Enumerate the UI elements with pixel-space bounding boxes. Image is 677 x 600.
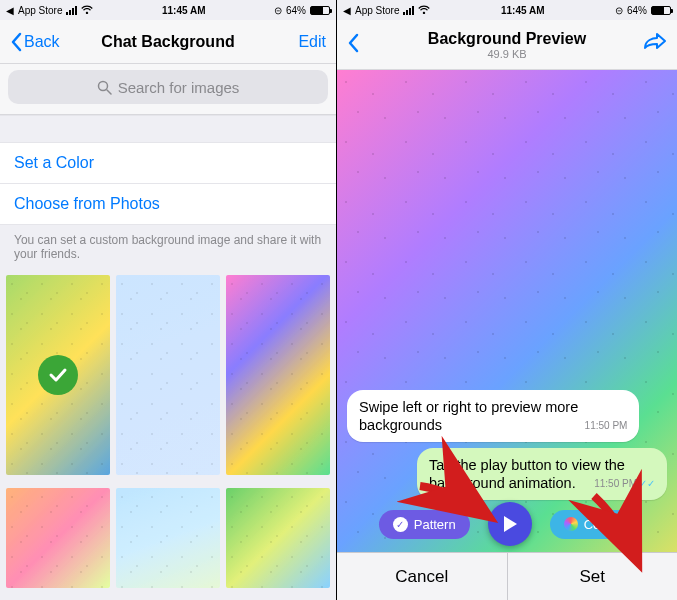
row-set-a-color[interactable]: Set a Color bbox=[0, 143, 336, 184]
check-icon: ✓ bbox=[393, 517, 408, 532]
bg-thumb-4[interactable] bbox=[6, 488, 110, 588]
search-placeholder: Search for images bbox=[118, 79, 240, 96]
status-bar: ◀ App Store 11:45 AM ⊝ 64% bbox=[337, 0, 677, 20]
msg-bubble-outgoing: Tap the play button to view the backgrou… bbox=[417, 448, 667, 500]
search-icon bbox=[97, 80, 112, 95]
msg-text: Swipe left or right to preview more back… bbox=[359, 399, 578, 433]
battery-pct: 64% bbox=[627, 5, 647, 16]
cancel-button[interactable]: Cancel bbox=[337, 553, 508, 600]
svg-line-1 bbox=[107, 90, 111, 94]
preview-controls: ✓ Pattern Colors bbox=[337, 502, 677, 546]
background-grid bbox=[0, 269, 336, 600]
share-icon bbox=[643, 32, 667, 52]
msg-timestamp: 11:50 PM✓✓ bbox=[594, 478, 655, 491]
bg-thumb-2[interactable] bbox=[116, 275, 220, 475]
play-button[interactable] bbox=[488, 502, 532, 546]
signal-icon bbox=[66, 6, 77, 15]
bottom-toolbar: Cancel Set bbox=[337, 552, 677, 600]
screen-chat-background: ◀ App Store 11:45 AM ⊝ 64% Back Chat Bac… bbox=[0, 0, 337, 600]
colors-button[interactable]: Colors bbox=[550, 510, 636, 539]
battery-icon bbox=[651, 6, 671, 15]
bg-thumb-3[interactable] bbox=[226, 275, 330, 475]
share-button[interactable] bbox=[643, 32, 667, 57]
row-choose-from-photos[interactable]: Choose from Photos bbox=[0, 184, 336, 225]
page-title: Background Preview 49.9 KB bbox=[337, 30, 677, 60]
preview-area[interactable]: Swipe left or right to preview more back… bbox=[337, 70, 677, 600]
clock: 11:45 AM bbox=[501, 5, 545, 16]
read-ticks-icon: ✓✓ bbox=[639, 478, 655, 489]
page-subtitle: 49.9 KB bbox=[337, 48, 677, 60]
set-button[interactable]: Set bbox=[508, 553, 678, 600]
bg-thumb-5[interactable] bbox=[116, 488, 220, 588]
pattern-label: Pattern bbox=[414, 517, 456, 532]
clock: 11:45 AM bbox=[162, 5, 206, 16]
back-label: Back bbox=[24, 33, 60, 51]
svg-point-0 bbox=[98, 81, 107, 90]
edit-button[interactable]: Edit bbox=[298, 33, 326, 51]
bg-thumb-1[interactable] bbox=[6, 275, 110, 475]
orientation-lock-icon: ⊝ bbox=[274, 5, 282, 16]
battery-pct: 64% bbox=[286, 5, 306, 16]
orientation-lock-icon: ⊝ bbox=[615, 5, 623, 16]
selected-check-icon bbox=[38, 355, 78, 395]
color-wheel-icon bbox=[564, 517, 578, 531]
help-text: You can set a custom background image an… bbox=[0, 225, 336, 269]
nav-bar: Back Chat Background Edit bbox=[0, 20, 336, 64]
colors-label: Colors bbox=[584, 517, 622, 532]
back-button[interactable] bbox=[347, 33, 359, 57]
wifi-icon bbox=[81, 5, 93, 16]
pattern-button[interactable]: ✓ Pattern bbox=[379, 510, 470, 539]
back-to-app-icon[interactable]: ◀ bbox=[6, 5, 14, 16]
back-to-app-label[interactable]: App Store bbox=[18, 5, 62, 16]
play-icon bbox=[502, 515, 518, 533]
status-bar: ◀ App Store 11:45 AM ⊝ 64% bbox=[0, 0, 336, 20]
search-container: Search for images bbox=[0, 64, 336, 115]
back-to-app-icon[interactable]: ◀ bbox=[343, 5, 351, 16]
search-input[interactable]: Search for images bbox=[8, 70, 328, 104]
msg-timestamp: 11:50 PM bbox=[585, 420, 628, 433]
nav-bar: Background Preview 49.9 KB bbox=[337, 20, 677, 70]
wifi-icon bbox=[418, 5, 430, 16]
signal-icon bbox=[403, 6, 414, 15]
msg-bubble-incoming: Swipe left or right to preview more back… bbox=[347, 390, 639, 442]
back-button[interactable]: Back bbox=[10, 32, 60, 52]
section-gap bbox=[0, 115, 336, 143]
battery-icon bbox=[310, 6, 330, 15]
back-to-app-label[interactable]: App Store bbox=[355, 5, 399, 16]
screen-background-preview: ◀ App Store 11:45 AM ⊝ 64% Background Pr… bbox=[337, 0, 677, 600]
bg-thumb-6[interactable] bbox=[226, 488, 330, 588]
